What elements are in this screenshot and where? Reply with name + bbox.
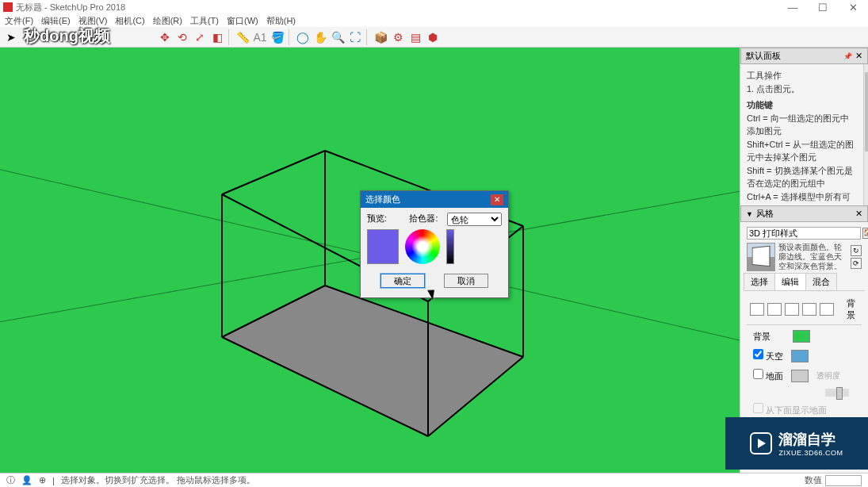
style-tabs: 选择 编辑 混合 xyxy=(744,273,865,291)
edit-content: 背景 背景 天空 地面 透明度 xyxy=(744,291,865,424)
instructor-panel: 工具操作 1. 点击图元。 功能键 Ctrl = 向一组选定的图元中添加图元 S… xyxy=(740,64,863,203)
menu-draw[interactable]: 绘图(R) xyxy=(151,15,184,27)
edit-mode-icons xyxy=(747,300,837,319)
show-below-checkbox[interactable]: 从下面显示地面 xyxy=(753,403,827,416)
tab-edit[interactable]: 编辑 xyxy=(774,273,806,290)
style-update-icon[interactable]: 🏠 xyxy=(862,228,868,239)
watermark-title: 溜溜自学 xyxy=(778,430,843,449)
status-bar: ⓘ 👤 ⊕ | 选择对象。切换到扩充选择。 拖动鼠标选择多项。 数值 xyxy=(0,473,868,487)
color-picker-dialog: 选择颜色 ✕ 预览: 拾色器: 色轮 确定 取消 xyxy=(360,190,509,298)
extension-icon[interactable]: ⚙ xyxy=(390,29,406,45)
instructor-scrollbar[interactable] xyxy=(863,64,868,205)
move-tool-icon[interactable]: ✥ xyxy=(157,29,173,45)
style-refresh-icon[interactable]: ⟳ xyxy=(851,258,862,269)
panel-title: 默认面板 xyxy=(746,50,781,62)
collapse-icon: ▼ xyxy=(746,210,753,218)
right-panel: 默认面板 📌 ✕ 工具操作 1. 点击图元。 功能键 Ctrl = 向一组选定的… xyxy=(740,48,868,473)
instructor-line: 工具操作 xyxy=(747,69,857,82)
scale-tool-icon[interactable]: ⤢ xyxy=(192,29,208,45)
minimize-button[interactable]: — xyxy=(778,0,808,14)
value-slider[interactable] xyxy=(446,229,454,264)
style-name-input[interactable] xyxy=(747,227,861,240)
instructor-line: Ctrl+A = 选择模型中所有可见的图元 xyxy=(747,190,857,204)
select-tool-icon[interactable]: ➤ xyxy=(3,29,19,45)
menu-tools[interactable]: 工具(T) xyxy=(189,15,220,27)
ok-button[interactable]: 确定 xyxy=(380,274,425,288)
close-button[interactable]: ✕ xyxy=(838,0,868,14)
pin-icon[interactable]: 📌 xyxy=(843,52,852,60)
edge-settings-icon[interactable] xyxy=(750,303,764,316)
styles-close-icon[interactable]: ✕ xyxy=(855,209,862,219)
zoom-extents-icon[interactable]: ⛶ xyxy=(347,29,363,45)
style-new-icon[interactable]: ↻ xyxy=(851,245,862,256)
status-user-icon[interactable]: 👤 xyxy=(21,475,33,485)
svg-marker-0 xyxy=(222,286,523,436)
play-icon xyxy=(750,432,772,454)
background-swatch[interactable] xyxy=(793,330,810,343)
svg-line-12 xyxy=(222,151,325,194)
watermark-settings-icon[interactable] xyxy=(802,303,816,316)
transparency-slider[interactable] xyxy=(825,389,849,397)
tab-mix[interactable]: 混合 xyxy=(805,273,837,290)
modeling-settings-icon[interactable] xyxy=(820,303,834,316)
tape-tool-icon[interactable]: 📏 xyxy=(235,29,250,45)
toolbar: ➤ 秒dong视频 ✥ ⟲ ⤢ ◧ 📏 A1 🪣 ◯ ✋ 🔍 ⛶ 📦 ⚙ ▤ ⬢ xyxy=(0,27,868,48)
watermark-url: ZIXUE.3D66.COM xyxy=(778,449,843,457)
cancel-button[interactable]: 取消 xyxy=(444,274,488,288)
color-preview-swatch xyxy=(367,229,399,264)
status-geo-icon[interactable]: ⊕ xyxy=(39,475,46,485)
picker-mode-select[interactable]: 色轮 xyxy=(447,213,502,226)
video-watermark: 溜溜自学 ZIXUE.3D66.COM xyxy=(725,417,868,470)
sky-swatch[interactable] xyxy=(791,350,809,362)
paint-tool-icon[interactable]: 🪣 xyxy=(270,29,285,45)
style-thumbnail[interactable] xyxy=(747,243,775,271)
styles-panel: 🏠 预设表面颜色。轮廓边线。宝蓝色天空和深灰色背景。 ↻ ⟳ 选择 编辑 混合 xyxy=(740,222,868,428)
text-tool-icon[interactable]: A1 xyxy=(252,29,268,45)
bg-settings-icon[interactable] xyxy=(785,303,799,316)
menu-window[interactable]: 窗口(W) xyxy=(225,15,260,27)
offset-tool-icon[interactable]: ◧ xyxy=(209,29,225,45)
warehouse-icon[interactable]: 📦 xyxy=(373,29,388,45)
menu-help[interactable]: 帮助(H) xyxy=(265,15,297,27)
picker-label: 拾色器: xyxy=(409,213,447,226)
menu-camera[interactable]: 相机(C) xyxy=(113,15,146,27)
face-settings-icon[interactable] xyxy=(767,303,782,316)
layers-icon[interactable]: ▤ xyxy=(407,29,423,45)
maximize-button[interactable]: ☐ xyxy=(808,0,838,14)
window-title: 无标题 - SketchUp Pro 2018 xyxy=(16,2,125,13)
pan-tool-icon[interactable]: ✋ xyxy=(312,29,328,45)
transparency-label: 透明度 xyxy=(816,370,840,382)
default-panel-header[interactable]: 默认面板 📌 ✕ xyxy=(740,48,868,64)
window-controls: — ☐ ✕ xyxy=(778,0,868,14)
measurement-input[interactable] xyxy=(825,475,862,486)
menu-bar: 文件(F) 编辑(E) 视图(V) 相机(C) 绘图(R) 工具(T) 窗口(W… xyxy=(0,14,868,27)
styles-panel-header[interactable]: ▼ 风格 ✕ xyxy=(740,205,868,222)
color-wheel[interactable] xyxy=(405,229,440,264)
instructor-section: 功能键 xyxy=(747,98,857,112)
status-hint: 选择对象。切换到扩充选择。 拖动鼠标选择多项。 xyxy=(61,474,255,486)
title-bar: 无标题 - SketchUp Pro 2018 — ☐ ✕ xyxy=(0,0,868,14)
status-icon[interactable]: ⓘ xyxy=(6,474,15,486)
background-label: 背景 xyxy=(753,331,785,343)
rotate-tool-icon[interactable]: ⟲ xyxy=(174,29,190,45)
measurement-label: 数值 xyxy=(805,474,822,486)
dialog-titlebar[interactable]: 选择颜色 ✕ xyxy=(361,191,508,208)
styles-title: 风格 xyxy=(756,208,774,220)
orbit-tool-icon[interactable]: ◯ xyxy=(295,29,311,45)
tab-select[interactable]: 选择 xyxy=(744,273,775,290)
sky-checkbox[interactable]: 天空 xyxy=(753,349,783,362)
ground-checkbox[interactable]: 地面 xyxy=(753,369,783,382)
video-logo: 秒dong视频 xyxy=(24,25,110,47)
preview-label: 预览: xyxy=(367,213,409,226)
mouse-cursor xyxy=(430,288,439,301)
outliner-icon[interactable]: ⬢ xyxy=(425,29,441,45)
zoom-tool-icon[interactable]: 🔍 xyxy=(330,29,346,45)
style-description: 预设表面颜色。轮廓边线。宝蓝色天空和深灰色背景。 xyxy=(778,243,847,271)
dialog-close-button[interactable]: ✕ xyxy=(491,194,503,205)
ground-swatch[interactable] xyxy=(791,370,809,382)
panel-close-icon[interactable]: ✕ xyxy=(855,51,862,61)
instructor-line: 1. 点击图元。 xyxy=(747,82,857,96)
instructor-line: Ctrl = 向一组选定的图元中添加图元 xyxy=(747,112,857,138)
app-icon xyxy=(3,2,13,12)
dialog-title-text: 选择颜色 xyxy=(365,194,400,205)
